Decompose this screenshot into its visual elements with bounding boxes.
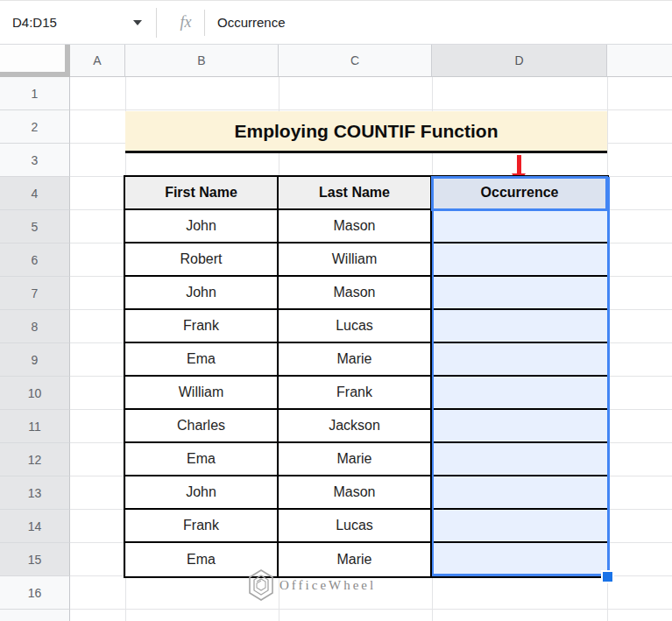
title-banner-cell[interactable]: Employing COUNTIF Function (125, 111, 607, 153)
row-header-3[interactable]: 3 (0, 144, 70, 177)
cell-last-name[interactable]: Marie (279, 443, 432, 475)
name-box-value: D4:D15 (0, 15, 57, 30)
chevron-down-icon[interactable] (133, 20, 142, 25)
cell-first-name[interactable]: Ema (125, 443, 279, 475)
table-row: CharlesJackson (125, 410, 607, 443)
cell-first-name[interactable]: John (125, 210, 279, 242)
table-header-row: First Name Last Name Occurrence (125, 177, 607, 210)
row-header-12[interactable]: 12 (0, 443, 70, 476)
header-occurrence[interactable]: Occurrence (432, 177, 607, 208)
cell-last-name[interactable]: Marie (279, 343, 432, 375)
cell-first-name[interactable]: John (125, 476, 279, 508)
fx-icon: fx (166, 1, 205, 44)
cell-first-name[interactable]: William (125, 377, 279, 408)
cell-occurrence[interactable] (432, 310, 607, 342)
cell-occurrence[interactable] (432, 410, 607, 441)
cell-occurrence[interactable] (432, 443, 607, 475)
row-header-6[interactable]: 6 (0, 243, 70, 277)
cell-occurrence[interactable] (432, 210, 607, 242)
cell-last-name[interactable]: Mason (279, 210, 432, 242)
formula-bar: D4:D15 fx Occurrence (0, 0, 672, 45)
row-header-11[interactable]: 11 (0, 410, 70, 443)
cell-occurrence[interactable] (432, 343, 607, 375)
red-arrow-annotation (517, 155, 521, 174)
cell-first-name[interactable]: Ema (125, 343, 279, 375)
cell-occurrence[interactable] (432, 277, 607, 308)
row-header-9[interactable]: 9 (0, 343, 70, 377)
cell-occurrence[interactable] (432, 476, 607, 508)
cell-last-name[interactable]: Lucas (279, 510, 432, 541)
row-header-10[interactable]: 10 (0, 377, 70, 410)
divider (204, 10, 205, 36)
cell-first-name[interactable]: Frank (125, 310, 279, 342)
row-header-13[interactable]: 13 (0, 476, 70, 510)
row-header-8[interactable]: 8 (0, 310, 70, 343)
table-row: EmaMarie (125, 443, 607, 476)
cell-first-name[interactable]: John (125, 277, 279, 308)
column-header-e[interactable] (607, 45, 672, 77)
table-row: EmaMarie (125, 343, 607, 377)
row-header-16[interactable]: 16 (0, 576, 70, 610)
table-row: FrankLucas (125, 310, 607, 343)
cell-occurrence[interactable] (432, 377, 607, 408)
table-row: FrankLucas (125, 510, 607, 543)
column-header-row: A B C D (0, 45, 672, 77)
table-row: WilliamFrank (125, 377, 607, 410)
cell-last-name[interactable]: Jackson (279, 410, 432, 441)
header-last-name[interactable]: Last Name (279, 177, 432, 208)
cell-occurrence[interactable] (432, 510, 607, 541)
cell-first-name[interactable]: Charles (125, 410, 279, 441)
cell-first-name[interactable]: Robert (125, 243, 279, 275)
table-row: JohnMason (125, 277, 607, 310)
column-header-d[interactable]: D (432, 45, 607, 77)
name-box[interactable]: D4:D15 (0, 1, 156, 44)
row-header-2[interactable]: 2 (0, 110, 70, 144)
select-all-corner[interactable] (0, 45, 70, 77)
row-header-17[interactable]: 17 (0, 610, 70, 621)
table-row: EmaMarie (125, 543, 607, 576)
table-row: JohnMason (125, 476, 607, 510)
cell-occurrence[interactable] (432, 243, 607, 275)
column-header-a[interactable]: A (70, 45, 125, 77)
cell-last-name[interactable]: Frank (279, 377, 432, 408)
table-row: RobertWilliam (125, 243, 607, 277)
row-header-4[interactable]: 4 (0, 177, 70, 210)
row-header-14[interactable]: 14 (0, 510, 70, 543)
data-table: First Name Last Name Occurrence JohnMaso… (124, 175, 609, 578)
cell-last-name[interactable]: Mason (279, 277, 432, 308)
row-header-5[interactable]: 5 (0, 210, 70, 243)
row-header-1[interactable]: 1 (0, 77, 70, 110)
row-header-column: 1234567891011121314151617 (0, 77, 70, 621)
cell-occurrence[interactable] (432, 543, 607, 576)
cell-last-name[interactable]: Lucas (279, 310, 432, 342)
column-header-b[interactable]: B (125, 45, 279, 77)
row-header-7[interactable]: 7 (0, 277, 70, 310)
cell-last-name[interactable]: Mason (279, 476, 432, 508)
column-header-c[interactable]: C (279, 45, 432, 77)
divider (156, 8, 157, 38)
cell-last-name[interactable]: Marie (279, 543, 432, 576)
formula-input[interactable]: Occurrence (217, 1, 480, 44)
cell-first-name[interactable]: Ema (125, 543, 279, 576)
fill-handle[interactable] (603, 572, 612, 582)
table-row: JohnMason (125, 210, 607, 243)
cell-first-name[interactable]: Frank (125, 510, 279, 541)
row-header-15[interactable]: 15 (0, 543, 70, 576)
cell-last-name[interactable]: William (279, 243, 432, 275)
header-first-name[interactable]: First Name (125, 177, 279, 208)
